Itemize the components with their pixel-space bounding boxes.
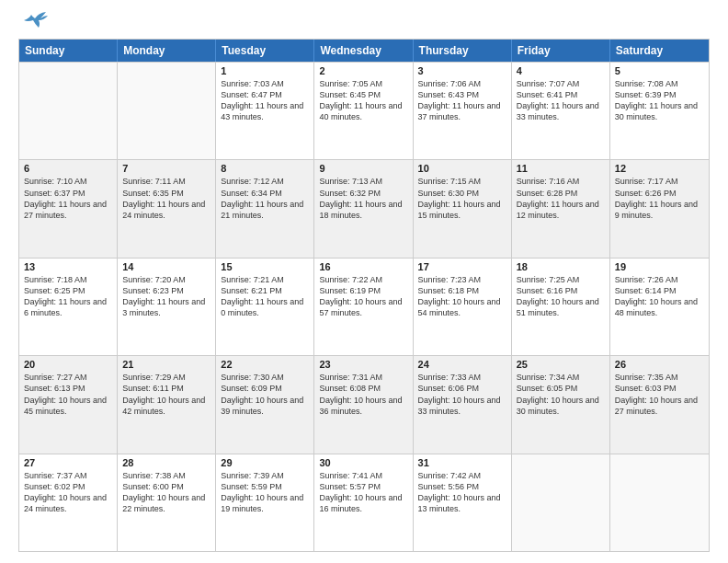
header-day-tuesday: Tuesday: [216, 40, 314, 62]
day-number: 19: [615, 261, 704, 272]
day-number: 17: [418, 261, 506, 272]
cell-info: Sunrise: 7:18 AMSunset: 6:25 PMDaylight:…: [24, 274, 112, 319]
cell-info: Sunrise: 7:21 AMSunset: 6:21 PMDaylight:…: [221, 274, 309, 319]
day-number: 25: [517, 359, 605, 370]
day-number: 23: [319, 359, 407, 370]
calendar-cell: 25Sunrise: 7:34 AMSunset: 6:05 PMDayligh…: [512, 356, 610, 453]
calendar-cell: 1Sunrise: 7:03 AMSunset: 6:47 PMDaylight…: [216, 63, 314, 159]
day-number: 3: [418, 65, 506, 76]
cell-info: Sunrise: 7:35 AMSunset: 6:03 PMDaylight:…: [615, 372, 704, 417]
calendar-cell: 31Sunrise: 7:42 AMSunset: 5:56 PMDayligh…: [414, 454, 512, 551]
header-day-thursday: Thursday: [414, 40, 512, 62]
cell-info: Sunrise: 7:41 AMSunset: 5:57 PMDaylight:…: [319, 470, 407, 515]
cell-info: Sunrise: 7:37 AMSunset: 6:02 PMDaylight:…: [24, 470, 112, 515]
day-number: 10: [418, 163, 506, 174]
calendar-cell: 23Sunrise: 7:31 AMSunset: 6:08 PMDayligh…: [314, 356, 413, 453]
cell-info: Sunrise: 7:06 AMSunset: 6:43 PMDaylight:…: [418, 78, 506, 123]
calendar-cell: 22Sunrise: 7:30 AMSunset: 6:09 PMDayligh…: [216, 356, 314, 453]
calendar-cell: 26Sunrise: 7:35 AMSunset: 6:03 PMDayligh…: [610, 356, 709, 453]
calendar-row-5: 27Sunrise: 7:37 AMSunset: 6:02 PMDayligh…: [19, 454, 709, 551]
calendar-cell: 15Sunrise: 7:21 AMSunset: 6:21 PMDayligh…: [216, 259, 314, 355]
calendar-header: SundayMondayTuesdayWednesdayThursdayFrid…: [19, 40, 709, 62]
calendar-cell: 2Sunrise: 7:05 AMSunset: 6:45 PMDaylight…: [314, 63, 413, 159]
calendar-cell: 11Sunrise: 7:16 AMSunset: 6:28 PMDayligh…: [512, 160, 610, 257]
day-number: 15: [221, 261, 309, 272]
cell-info: Sunrise: 7:30 AMSunset: 6:09 PMDaylight:…: [221, 372, 309, 417]
calendar-cell: 8Sunrise: 7:12 AMSunset: 6:34 PMDaylight…: [216, 160, 314, 257]
cell-info: Sunrise: 7:42 AMSunset: 5:56 PMDaylight:…: [418, 470, 506, 515]
logo-bird-icon: [20, 11, 50, 31]
day-number: 30: [319, 457, 407, 468]
cell-info: Sunrise: 7:08 AMSunset: 6:39 PMDaylight:…: [615, 78, 704, 123]
calendar-cell: 6Sunrise: 7:10 AMSunset: 6:37 PMDaylight…: [19, 160, 118, 257]
page: SundayMondayTuesdayWednesdayThursdayFrid…: [0, 0, 728, 563]
calendar-cell: 4Sunrise: 7:07 AMSunset: 6:41 PMDaylight…: [512, 63, 610, 159]
header-day-monday: Monday: [118, 40, 216, 62]
calendar-cell: 16Sunrise: 7:22 AMSunset: 6:19 PMDayligh…: [314, 259, 413, 355]
calendar-cell: 27Sunrise: 7:37 AMSunset: 6:02 PMDayligh…: [19, 454, 118, 551]
header-day-friday: Friday: [512, 40, 610, 62]
day-number: 4: [517, 65, 605, 76]
day-number: 14: [122, 261, 210, 272]
day-number: 20: [24, 359, 112, 370]
calendar-cell: 18Sunrise: 7:25 AMSunset: 6:16 PMDayligh…: [512, 259, 610, 355]
calendar-row-1: 1Sunrise: 7:03 AMSunset: 6:47 PMDaylight…: [19, 62, 709, 159]
calendar-cell: 19Sunrise: 7:26 AMSunset: 6:14 PMDayligh…: [610, 259, 709, 355]
calendar-row-4: 20Sunrise: 7:27 AMSunset: 6:13 PMDayligh…: [19, 355, 709, 453]
day-number: 26: [615, 359, 704, 370]
calendar-cell: 9Sunrise: 7:13 AMSunset: 6:32 PMDaylight…: [314, 160, 413, 257]
cell-info: Sunrise: 7:17 AMSunset: 6:26 PMDaylight:…: [615, 176, 704, 221]
cell-info: Sunrise: 7:34 AMSunset: 6:05 PMDaylight:…: [517, 372, 605, 417]
cell-info: Sunrise: 7:26 AMSunset: 6:14 PMDaylight:…: [615, 274, 704, 319]
cell-info: Sunrise: 7:23 AMSunset: 6:18 PMDaylight:…: [418, 274, 506, 319]
cell-info: Sunrise: 7:38 AMSunset: 6:00 PMDaylight:…: [122, 470, 210, 515]
calendar-cell: [118, 63, 216, 159]
cell-info: Sunrise: 7:03 AMSunset: 6:47 PMDaylight:…: [221, 78, 309, 123]
cell-info: Sunrise: 7:10 AMSunset: 6:37 PMDaylight:…: [24, 176, 112, 221]
day-number: 2: [319, 65, 407, 76]
cell-info: Sunrise: 7:15 AMSunset: 6:30 PMDaylight:…: [418, 176, 506, 221]
day-number: 13: [24, 261, 112, 272]
day-number: 12: [615, 163, 704, 174]
calendar-body: 1Sunrise: 7:03 AMSunset: 6:47 PMDaylight…: [19, 62, 709, 551]
calendar-cell: 10Sunrise: 7:15 AMSunset: 6:30 PMDayligh…: [414, 160, 512, 257]
cell-info: Sunrise: 7:07 AMSunset: 6:41 PMDaylight:…: [517, 78, 605, 123]
calendar-cell: 12Sunrise: 7:17 AMSunset: 6:26 PMDayligh…: [610, 160, 709, 257]
calendar-cell: [19, 63, 118, 159]
cell-info: Sunrise: 7:13 AMSunset: 6:32 PMDaylight:…: [319, 176, 407, 221]
calendar-cell: 14Sunrise: 7:20 AMSunset: 6:23 PMDayligh…: [118, 259, 216, 355]
day-number: 18: [517, 261, 605, 272]
header-day-wednesday: Wednesday: [314, 40, 413, 62]
cell-info: Sunrise: 7:05 AMSunset: 6:45 PMDaylight:…: [319, 78, 407, 123]
cell-info: Sunrise: 7:31 AMSunset: 6:08 PMDaylight:…: [319, 372, 407, 417]
calendar: SundayMondayTuesdayWednesdayThursdayFrid…: [18, 39, 710, 552]
cell-info: Sunrise: 7:33 AMSunset: 6:06 PMDaylight:…: [418, 372, 506, 417]
header: [18, 15, 710, 31]
calendar-cell: 20Sunrise: 7:27 AMSunset: 6:13 PMDayligh…: [19, 356, 118, 453]
day-number: 1: [221, 65, 309, 76]
calendar-cell: 28Sunrise: 7:38 AMSunset: 6:00 PMDayligh…: [118, 454, 216, 551]
calendar-cell: 24Sunrise: 7:33 AMSunset: 6:06 PMDayligh…: [414, 356, 512, 453]
cell-info: Sunrise: 7:11 AMSunset: 6:35 PMDaylight:…: [122, 176, 210, 221]
calendar-row-2: 6Sunrise: 7:10 AMSunset: 6:37 PMDaylight…: [19, 159, 709, 257]
day-number: 16: [319, 261, 407, 272]
header-day-saturday: Saturday: [610, 40, 709, 62]
header-day-sunday: Sunday: [19, 40, 118, 62]
cell-info: Sunrise: 7:27 AMSunset: 6:13 PMDaylight:…: [24, 372, 112, 417]
calendar-cell: 13Sunrise: 7:18 AMSunset: 6:25 PMDayligh…: [19, 259, 118, 355]
day-number: 29: [221, 457, 309, 468]
logo: [18, 15, 50, 31]
cell-info: Sunrise: 7:12 AMSunset: 6:34 PMDaylight:…: [221, 176, 309, 221]
calendar-row-3: 13Sunrise: 7:18 AMSunset: 6:25 PMDayligh…: [19, 258, 709, 355]
day-number: 8: [221, 163, 309, 174]
day-number: 7: [122, 163, 210, 174]
day-number: 5: [615, 65, 704, 76]
day-number: 28: [122, 457, 210, 468]
calendar-cell: 7Sunrise: 7:11 AMSunset: 6:35 PMDaylight…: [118, 160, 216, 257]
calendar-cell: [512, 454, 610, 551]
calendar-cell: 29Sunrise: 7:39 AMSunset: 5:59 PMDayligh…: [216, 454, 314, 551]
cell-info: Sunrise: 7:16 AMSunset: 6:28 PMDaylight:…: [517, 176, 605, 221]
day-number: 6: [24, 163, 112, 174]
calendar-cell: [610, 454, 709, 551]
calendar-cell: 17Sunrise: 7:23 AMSunset: 6:18 PMDayligh…: [414, 259, 512, 355]
